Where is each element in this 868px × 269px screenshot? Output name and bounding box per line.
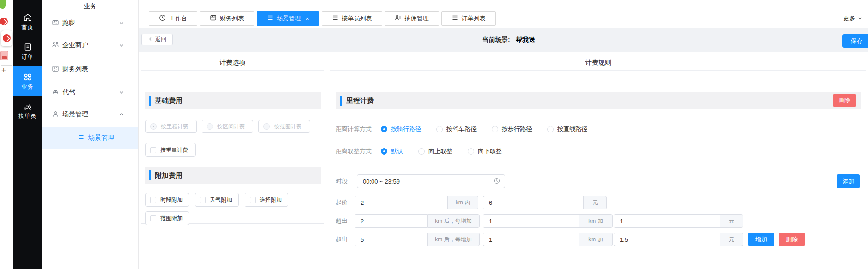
menu-item-errand[interactable]: 跑腿 — [42, 14, 138, 32]
exceed-step-group: km 加 — [483, 214, 613, 228]
exceed-amount-input[interactable] — [614, 214, 720, 228]
menu-item-scene[interactable]: 场景管理 — [42, 105, 138, 124]
person-lines-icon — [395, 14, 402, 23]
radio-round-default[interactable]: 默认 — [381, 147, 403, 155]
exceed-amount-group: 元 — [614, 214, 743, 228]
order-icon — [13, 42, 42, 52]
section-extra-fee: 附加费用 — [145, 167, 321, 184]
section-accent — [340, 96, 342, 106]
chevron-down-icon — [119, 20, 128, 26]
checkbox-icon — [200, 197, 206, 203]
checkbox-icon — [150, 197, 156, 203]
checkbox-icon — [250, 197, 256, 203]
save-button[interactable]: 保存 — [842, 34, 868, 48]
panel-title: 计费规则 — [330, 54, 866, 71]
sidebar-item-home[interactable]: 首页 — [13, 13, 42, 31]
chevron-left-icon — [148, 36, 153, 43]
list-icon — [78, 134, 88, 142]
exceed-step-group: km 加 — [483, 233, 613, 246]
current-scene-label: 当前场景: — [482, 36, 510, 44]
radio-icon — [468, 148, 474, 155]
exceed-km-group: km 后，每增加 — [355, 214, 480, 228]
clock-icon[interactable] — [494, 178, 500, 185]
checkbox-icon — [150, 147, 156, 153]
radio-round-down[interactable]: 向下取整 — [468, 147, 502, 155]
sidebar-item-orders[interactable]: 订单 — [13, 42, 42, 61]
radio-icon — [436, 126, 443, 132]
section-mileage-billing: 里程计费 删除 — [336, 92, 861, 109]
menu-item-merchants[interactable]: 企业商户 — [42, 36, 138, 54]
radio-driving-route[interactable]: 按驾车路径 — [436, 125, 477, 133]
base-amount-input[interactable] — [483, 196, 583, 209]
tab-courier-list[interactable]: 接单员列表 — [322, 11, 382, 26]
scene-toolbar: 返回 当前场景: 帮我送 保存 — [139, 28, 868, 52]
chevron-down-icon — [119, 90, 128, 95]
checkbox-icon — [150, 215, 156, 221]
radio-round-up[interactable]: 向上取整 — [418, 147, 452, 155]
unit-label: km 内 — [447, 196, 478, 209]
tab-commission[interactable]: 抽佣管理 — [385, 11, 439, 26]
sidebar-item-couriers[interactable]: 接单员 — [13, 102, 42, 120]
person-icon — [52, 110, 62, 119]
radio-straight-route[interactable]: 按直线路径 — [547, 125, 587, 133]
scooter-icon — [13, 102, 42, 111]
radio-range-billing: 按范围计费 — [258, 120, 310, 133]
tab-workbench[interactable]: 工作台 — [149, 11, 197, 26]
clock-icon — [159, 14, 166, 23]
base-km-input[interactable] — [355, 196, 447, 209]
radio-walking-route[interactable]: 按步行路径 — [492, 125, 532, 133]
radio-riding-route[interactable]: 按骑行路径 — [381, 125, 421, 133]
time-period-input[interactable] — [363, 178, 494, 185]
shortcut-doc-icon[interactable] — [0, 51, 8, 60]
tab-order-list[interactable]: 订单列表 — [441, 11, 496, 26]
shortcut-red-icon[interactable] — [3, 34, 11, 42]
people-icon — [52, 41, 62, 50]
distance-calc-row: 距离计算方式 按骑行路径 按驾车路径 按步行路径 按直线路径 — [336, 125, 603, 134]
close-icon[interactable]: × — [306, 16, 309, 22]
shortcut-green-icon[interactable] — [0, 0, 7, 10]
tab-scene-management[interactable]: 场景管理 × — [257, 11, 319, 26]
exceed-amount-input[interactable] — [614, 233, 720, 246]
unit-label: 元 — [720, 233, 743, 246]
unit-label: km 加 — [579, 214, 613, 228]
checkbox-select-extra[interactable]: 选择附加 — [245, 193, 288, 207]
chevron-down-icon — [857, 15, 862, 22]
submenu-item-scene-management[interactable]: 场景管理 — [42, 127, 138, 149]
shortcut-red-icon[interactable] — [0, 18, 8, 25]
unit-label: 元 — [583, 196, 607, 209]
checkbox-weather-extra[interactable]: 天气附加 — [195, 193, 239, 207]
radio-interval-billing: 按区间计费 — [202, 120, 253, 133]
checkbox-weight-billing[interactable]: 按重量计费 — [145, 143, 196, 157]
chevron-up-icon — [119, 112, 128, 117]
add-tier-button[interactable]: 增加 — [748, 233, 774, 246]
time-period-field[interactable] — [357, 174, 505, 188]
exceed-amount-group: 元 — [614, 233, 743, 246]
page-tabs: 工作台 财务列表 场景管理 × 接单员列表 抽佣管理 订单列表 — [149, 11, 496, 26]
tab-finance-list[interactable]: 财务列表 — [200, 11, 254, 26]
current-scene: 当前场景: 帮我送 — [482, 28, 535, 52]
add-time-period-button[interactable]: 添加 — [837, 174, 860, 188]
base-amount-group: 元 — [483, 196, 607, 209]
exceed-label: 超出 — [336, 233, 348, 246]
delete-section-button[interactable]: 删除 — [833, 94, 856, 107]
browser-shortcut-rail: + — [0, 0, 13, 269]
menu-item-driving[interactable]: 代驾 — [42, 83, 138, 102]
checkbox-range-extra[interactable]: 范围附加 — [145, 211, 189, 225]
radio-icon — [381, 126, 387, 132]
menu-item-finance[interactable]: 财务列表 — [42, 60, 138, 78]
exceed-step-input[interactable] — [483, 233, 579, 246]
exceed-km-input[interactable] — [355, 233, 427, 246]
shortcut-card[interactable] — [1, 30, 12, 46]
time-period-label: 时段 — [336, 174, 348, 188]
sidebar-item-business[interactable]: 业务 — [13, 66, 42, 96]
exceed-km-input[interactable] — [355, 214, 427, 228]
delete-tier-button[interactable]: 删除 — [779, 233, 805, 246]
exceed-km-group: km 后，每增加 — [355, 233, 480, 246]
list-icon — [452, 14, 458, 23]
app-screen: + 首页 订单 业务 接单员 业务 跑腿 企业商户 — [0, 0, 868, 269]
exceed-step-input[interactable] — [483, 214, 579, 228]
add-shortcut-button[interactable]: + — [1, 66, 6, 74]
checkbox-time-extra[interactable]: 时段附加 — [145, 193, 189, 207]
back-button[interactable]: 返回 — [141, 34, 173, 45]
more-tabs-button[interactable]: 更多 — [843, 14, 862, 23]
